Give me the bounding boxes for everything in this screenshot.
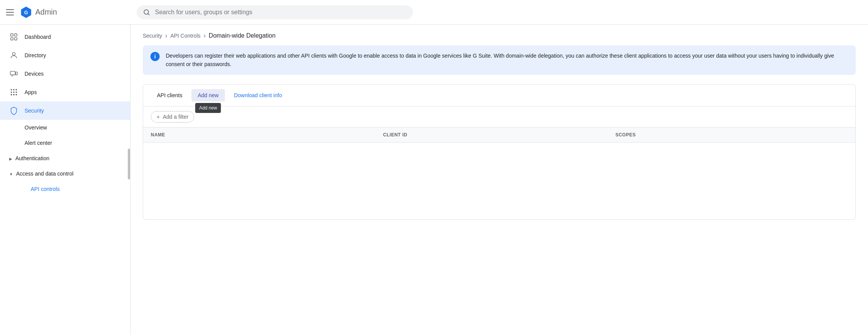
add-filter-chip[interactable]: + Add a filter [151,111,194,123]
add-new-button[interactable]: Add new [191,89,224,101]
api-toolbar: API clients Add new Add new Download cli… [143,85,855,106]
svg-point-19 [11,94,12,96]
col-client-id: Client ID [383,132,615,138]
search-icon [143,8,150,16]
sidebar-item-dashboard[interactable]: Dashboard [0,28,130,46]
svg-rect-8 [15,38,17,40]
breadcrumb-sep-1: › [165,32,167,39]
apps-icon [9,88,18,97]
chevron-down-icon [9,171,13,177]
breadcrumb-security[interactable]: Security [143,33,162,39]
add-new-tooltip-wrap: Add new Add new [191,89,224,101]
scrollbar-track [128,25,130,335]
col-scopes: Scopes [616,132,848,138]
plus-icon: + [157,114,160,120]
download-client-info-button[interactable]: Download client info [228,89,288,101]
content-area: Security › API Controls › Domain-wide De… [130,25,868,335]
scrollbar-thumb[interactable] [128,149,130,179]
logo-area: G Admin [20,6,57,18]
svg-rect-5 [11,34,13,36]
svg-point-17 [13,91,15,93]
svg-rect-7 [11,38,13,40]
svg-point-18 [16,91,17,93]
sidebar-group-label: Access and data control [16,171,73,177]
filter-chip-label: Add a filter [163,114,188,120]
sidebar-item-label: Dashboard [25,34,51,40]
svg-rect-6 [15,34,17,36]
col-name: Name [151,132,383,138]
sidebar-group-authentication[interactable]: Authentication [0,151,130,166]
chevron-right-icon [9,155,12,161]
sidebar-subitem-label: Overview [25,124,47,131]
sidebar-item-label: Directory [25,52,46,58]
sidebar-item-devices[interactable]: Devices [0,65,130,83]
svg-point-3 [144,10,149,14]
svg-point-16 [11,91,12,93]
sidebar-item-security[interactable]: Security [0,101,130,120]
svg-point-15 [16,89,17,91]
svg-text:G: G [24,9,28,15]
menu-icon[interactable] [6,8,15,17]
svg-point-21 [16,94,17,96]
svg-point-13 [11,89,12,91]
app-title: Admin [35,8,57,17]
svg-point-20 [13,94,15,96]
svg-rect-10 [10,71,15,75]
svg-line-4 [148,13,150,15]
sidebar-subitem-api-controls[interactable]: API controls [0,181,130,197]
sidebar-item-label: Apps [25,89,37,95]
sidebar-subitem-overview[interactable]: Overview [0,120,130,135]
search-bar[interactable] [137,5,413,19]
sidebar-subitem-label: Alert center [25,140,52,146]
sidebar-group-label: Authentication [15,155,50,161]
breadcrumb: Security › API Controls › Domain-wide De… [130,25,868,45]
api-section: API clients Add new Add new Download cli… [143,84,856,220]
person-icon [9,51,18,60]
svg-point-14 [13,89,15,91]
breadcrumb-current: Domain-wide Delegation [209,32,276,39]
shield-icon [9,106,18,115]
grid-icon [9,32,18,41]
sidebar-item-apps[interactable]: Apps [0,83,130,101]
info-banner: i Developers can register their web appl… [143,45,856,75]
search-input[interactable] [155,9,407,16]
sidebar-item-directory[interactable]: Directory [0,46,130,65]
sidebar-item-label: Security [25,108,44,114]
google-admin-logo: G [20,6,32,18]
api-clients-button[interactable]: API clients [151,89,188,101]
devices-icon [9,69,18,78]
filter-row: + Add a filter [143,106,855,128]
info-text: Developers can register their web applic… [166,51,848,69]
topbar-left: G Admin [6,6,137,18]
svg-point-9 [12,53,15,55]
sidebar-item-label: Devices [25,71,44,77]
breadcrumb-api-controls[interactable]: API Controls [170,33,201,39]
table-body [143,143,855,219]
svg-rect-11 [16,72,18,75]
sidebar: Dashboard Directory Devices [0,25,130,335]
info-icon: i [150,52,160,61]
table-header: Name Client ID Scopes [143,128,855,143]
sidebar-group-access-data[interactable]: Access and data control [0,166,130,181]
breadcrumb-sep-2: › [204,32,206,39]
sidebar-subitem-label: API controls [31,186,59,192]
main-layout: Dashboard Directory Devices [0,25,868,335]
sidebar-subitem-alert-center[interactable]: Alert center [0,135,130,151]
topbar: G Admin [0,0,868,25]
